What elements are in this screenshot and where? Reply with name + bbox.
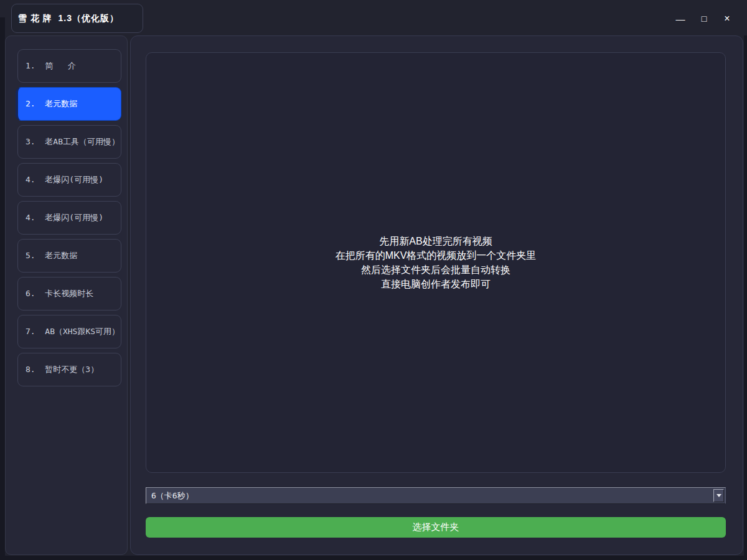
minimize-button[interactable]: —	[671, 9, 690, 28]
maximize-button[interactable]: □	[695, 9, 713, 28]
sidebar-item-7[interactable]: 6. 卡长视频时长	[17, 277, 121, 310]
titlebar: 雪 花 牌 1.3（优化版） — □ ×	[0, 0, 747, 35]
sidebar-item-3[interactable]: 3. 老AB工具（可用慢）	[17, 125, 121, 159]
instruction-line: 直接电脑创作者发布即可	[146, 277, 725, 291]
close-button[interactable]: ×	[718, 9, 736, 28]
instruction-line: 然后选择文件夹后会批量自动转换	[146, 263, 725, 277]
combobox-value: 6（卡6秒）	[146, 490, 194, 502]
window-frame-left	[0, 17, 5, 560]
content-panel: 先用新AB处理完所有视频在把所有的MKV格式的视频放到一个文件夹里然后选择文件夹…	[146, 52, 726, 473]
sidebar-item-label: 8. 暂时不更（3）	[26, 364, 98, 375]
instruction-line: 先用新AB处理完所有视频	[146, 234, 725, 248]
sidebar-item-label: 4. 老爆闪(可用慢)	[26, 174, 103, 185]
app-title: 雪 花 牌 1.3（优化版）	[18, 13, 119, 24]
minimize-icon: —	[676, 14, 685, 24]
select-folder-label: 选择文件夹	[413, 521, 459, 533]
duration-combobox[interactable]: 6（卡6秒）	[146, 487, 726, 504]
window-frame-bottom	[0, 556, 747, 560]
app-title-box: 雪 花 牌 1.3（优化版）	[11, 4, 143, 33]
sidebar-item-5[interactable]: 4. 老爆闪(可用慢)	[17, 201, 121, 235]
sidebar-item-label: 4. 老爆闪(可用慢)	[26, 212, 103, 223]
sidebar-item-9[interactable]: 8. 暂时不更（3）	[17, 353, 121, 386]
sidebar-item-2[interactable]: 2. 老元数据	[16, 87, 121, 121]
select-folder-button[interactable]: 选择文件夹	[146, 517, 726, 538]
sidebar-item-label: 3. 老AB工具（可用慢）	[26, 136, 120, 147]
maximize-icon: □	[702, 14, 707, 24]
instruction-text: 先用新AB处理完所有视频在把所有的MKV格式的视频放到一个文件夹里然后选择文件夹…	[146, 234, 725, 291]
window-frame-right	[744, 35, 747, 556]
combobox-arrow-button[interactable]	[713, 489, 724, 502]
sidebar-item-label: 5. 老元数据	[26, 250, 77, 261]
sidebar-item-8[interactable]: 7. AB（XHS跟KS可用）	[17, 315, 121, 348]
sidebar-item-label: 2. 老元数据	[26, 98, 77, 110]
sidebar-items: 1. 简 介2. 老元数据3. 老AB工具（可用慢）4. 老爆闪(可用慢)4. …	[17, 49, 126, 391]
sidebar-item-1[interactable]: 1. 简 介	[17, 49, 121, 83]
sidebar-item-label: 1. 简 介	[26, 60, 76, 72]
close-icon: ×	[724, 13, 730, 24]
sidebar-item-4[interactable]: 4. 老爆闪(可用慢)	[17, 163, 121, 197]
sidebar: 1. 简 介2. 老元数据3. 老AB工具（可用慢）4. 老爆闪(可用慢)4. …	[5, 35, 128, 555]
sidebar-item-label: 7. AB（XHS跟KS可用）	[26, 326, 120, 337]
sidebar-item-6[interactable]: 5. 老元数据	[17, 239, 121, 273]
sidebar-item-label: 6. 卡长视频时长	[26, 288, 93, 299]
instruction-line: 在把所有的MKV格式的视频放到一个文件夹里	[146, 248, 725, 263]
chevron-down-icon	[716, 494, 721, 497]
